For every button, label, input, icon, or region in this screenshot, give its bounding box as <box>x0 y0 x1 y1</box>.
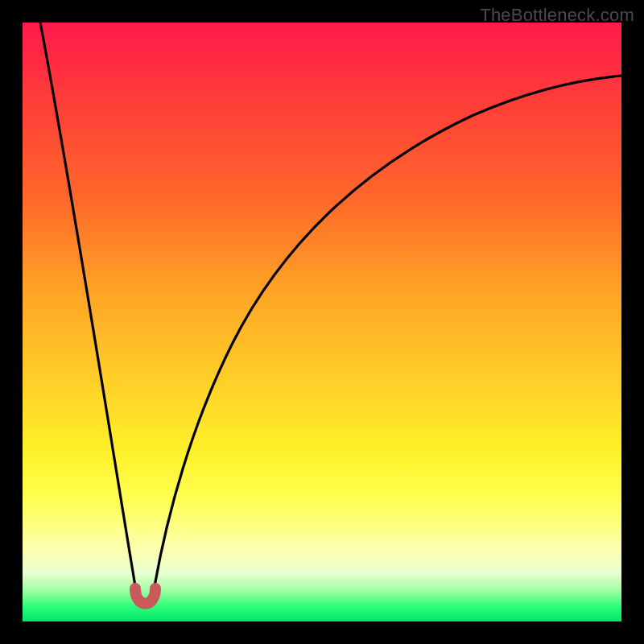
optimal-marker <box>135 588 155 604</box>
plot-area <box>23 23 621 621</box>
bottleneck-curve <box>23 23 621 621</box>
watermark-text: TheBottleneck.com <box>480 5 634 26</box>
curve-right-branch <box>155 76 621 586</box>
outer-frame: TheBottleneck.com <box>0 0 644 644</box>
curve-left-branch <box>40 23 155 605</box>
